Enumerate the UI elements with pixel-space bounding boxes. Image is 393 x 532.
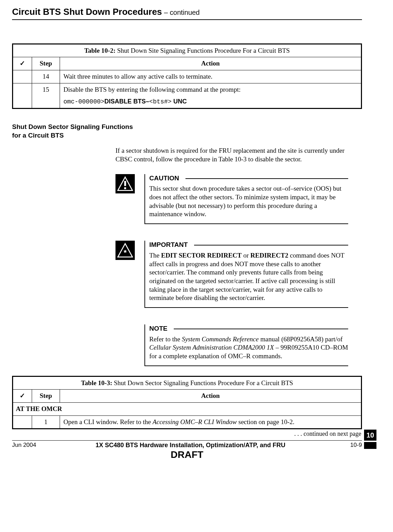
caution-title: CAUTION [149, 174, 185, 183]
note-title: NOTE [149, 324, 174, 333]
step-action-text: Disable the BTS by entering the followin… [63, 86, 241, 93]
cmd-end: UNC [172, 98, 187, 105]
important-block: * IMPORTANT The EDIT SECTOR REDIRECT or … [115, 241, 348, 308]
important-text: The EDIT SECTOR REDIRECT or REDIRECT2 co… [149, 251, 348, 302]
col-action: Action [60, 57, 362, 70]
txt: The [149, 252, 161, 259]
section-heading-line2: for a Circuit BTS [12, 131, 362, 140]
table-row: 15 Disable the BTS by entering the follo… [13, 83, 362, 108]
txt: command does NOT affect calls in progres… [149, 252, 344, 301]
cmd-var: <bts#> [149, 98, 172, 105]
svg-rect-1 [124, 181, 126, 186]
table-row: 14 Wait three minutes to allow any activ… [13, 70, 362, 83]
table-title-label: Table 10-3: [81, 379, 112, 387]
title-rule [194, 245, 348, 245]
table-10-2-title: Table 10-2: Shut Down Site Signaling Fun… [13, 44, 362, 57]
chapter-number: 10 [364, 430, 376, 441]
table-10-3: Table 10-3: Shut Down Sector Signaling F… [12, 376, 362, 430]
page-header: Circuit BTS Shut Down Procedures – conti… [12, 6, 362, 18]
header-rule [12, 19, 362, 20]
step-num: 1 [32, 415, 60, 429]
txt-bold: EDIT SECTOR REDIRECT [161, 252, 242, 259]
txt-bold: REDIRECT2 [250, 252, 288, 259]
footer-date: Jun 2004 [12, 441, 53, 449]
chapter-tab: 10 [364, 430, 376, 449]
caution-text: This sector shut down procedure takes a … [149, 184, 348, 219]
section-heading: Shut Down Sector Signaling Functions for… [12, 123, 362, 140]
chapter-tab-block [364, 442, 376, 449]
page-title: Circuit BTS Shut Down Procedures [12, 6, 162, 18]
cmd-main: DISABLE BTS– [104, 98, 149, 105]
txt: manual (68P09256A58) part/of [259, 335, 342, 343]
txt: Open a CLI window. Refer to the [63, 418, 152, 425]
step-num: 14 [32, 70, 60, 83]
note-block: NOTE Refer to the System Commands Refere… [144, 324, 348, 366]
page-title-continued: – continued [164, 8, 200, 17]
svg-rect-2 [124, 187, 126, 189]
col-step: Step [32, 57, 60, 70]
txt-ital: Accessing OMC–R CLI Window [152, 418, 236, 425]
svg-text:*: * [124, 248, 127, 257]
note-text: Refer to the System Commands Reference m… [149, 335, 348, 361]
step-action: Disable the BTS by entering the followin… [60, 83, 362, 108]
step-action: Open a CLI window. Refer to the Accessin… [60, 415, 362, 429]
table-10-2: Table 10-2: Shut Down Site Signaling Fun… [12, 43, 362, 109]
txt: or [242, 252, 250, 259]
table-title-rest: Shut Down Sector Signaling Functions Pro… [112, 379, 293, 387]
col-step: Step [32, 390, 60, 403]
table-subhead-row: AT THE OMCR [13, 403, 362, 416]
step-num: 15 [32, 83, 60, 108]
col-check: ✓ [13, 57, 32, 70]
cmd-prompt: omc-000000> [63, 98, 104, 105]
table-title-label: Table 10-2: [84, 47, 115, 54]
txt-ital: Cellular System Administration CDMA2000 … [149, 344, 274, 351]
page-footer: Jun 2004 1X SC480 BTS Hardware Installat… [12, 440, 362, 461]
section-intro: If a sector shutdown is required for the… [115, 147, 348, 163]
footer-title: 1X SC480 BTS Hardware Installation, Opti… [53, 441, 328, 449]
caution-block: CAUTION This sector shut down procedure … [115, 174, 348, 224]
caution-icon [115, 174, 135, 193]
footer-page: 10-9 [328, 441, 362, 449]
section-heading-line1: Shut Down Sector Signaling Functions [12, 123, 362, 131]
col-action: Action [60, 390, 362, 403]
table-10-3-title: Table 10-3: Shut Down Sector Signaling F… [13, 376, 362, 390]
title-rule [174, 329, 348, 329]
txt-ital: System Commands Reference [182, 335, 259, 343]
table-row: 1 Open a CLI window. Refer to the Access… [13, 415, 362, 429]
footer-draft: DRAFT [12, 449, 362, 461]
step-action: Wait three minutes to allow any active c… [60, 70, 362, 83]
continued-label: . . . continued on next page [12, 430, 361, 438]
txt: section on page 10-2. [237, 418, 294, 425]
important-title: IMPORTANT [149, 241, 194, 249]
command-line: omc-000000>DISABLE BTS–<bts#> UNC [63, 98, 357, 106]
txt: Refer to the [149, 335, 182, 343]
table-title-rest: Shut Down Site Signaling Functions Proce… [115, 47, 290, 54]
col-check: ✓ [13, 390, 32, 403]
table-subhead: AT THE OMCR [13, 403, 362, 416]
title-rule [185, 178, 348, 179]
important-icon: * [115, 241, 135, 260]
